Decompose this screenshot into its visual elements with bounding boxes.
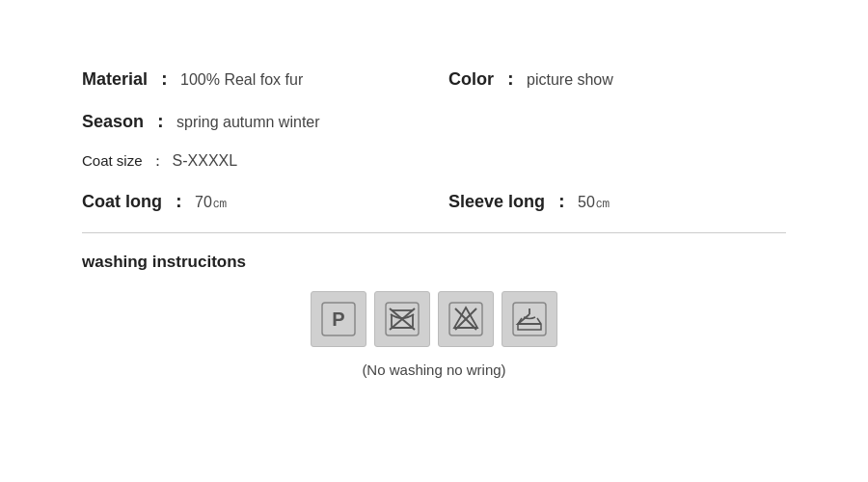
svg-text:P: P (332, 308, 344, 330)
season-colon: ： (151, 110, 169, 133)
washing-title: washing instrucitons (82, 253, 786, 272)
coat-size-colon: ： (150, 152, 165, 171)
color-colon: ： (502, 67, 519, 91)
sleeve-long-value: 50㎝ (578, 193, 610, 213)
wash-icon-p: P (311, 291, 366, 347)
season-label: Season (82, 112, 144, 132)
season-value: spring autumn winter (176, 114, 320, 131)
coat-long-label: Coat long (82, 192, 162, 212)
sleeve-long-label: Sleeve long (448, 192, 545, 212)
coat-long-value: 70㎝ (195, 193, 228, 213)
color-value: picture show (527, 71, 613, 89)
wash-icon-hang-dry (502, 291, 557, 347)
wash-icon-no-wash (374, 291, 430, 347)
coat-size-label: Coat size (82, 152, 143, 169)
coat-long-colon: ： (170, 190, 187, 213)
material-label: Material (82, 69, 148, 90)
washing-section: washing instrucitons P (82, 253, 786, 378)
washing-note: (No washing no wring) (82, 362, 786, 378)
material-value: 100% Real fox fur (180, 71, 303, 89)
washing-icons-container: P (82, 291, 786, 347)
section-divider (82, 232, 786, 233)
coat-size-value: S-XXXXL (173, 152, 238, 170)
sleeve-long-colon: ： (553, 190, 570, 213)
material-colon: ： (155, 67, 173, 91)
wash-icon-no-bleach (438, 291, 494, 347)
color-label: Color (448, 69, 494, 90)
